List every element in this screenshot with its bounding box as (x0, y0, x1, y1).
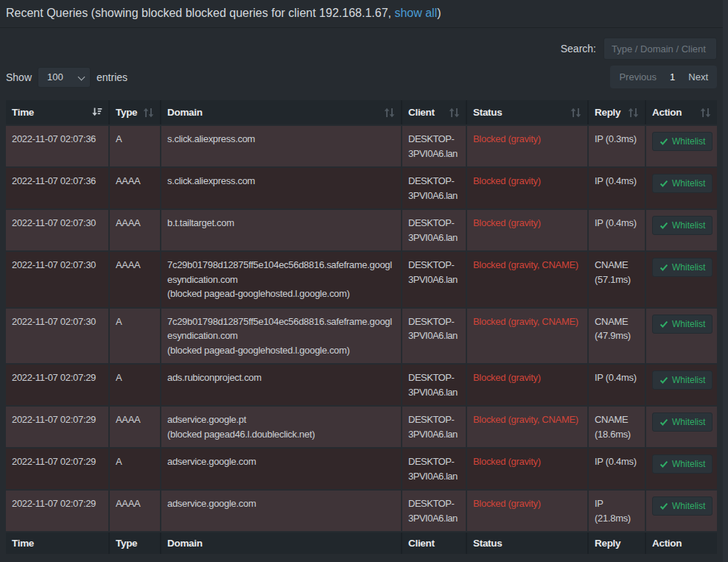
blocked-cname-note: (blocked pagead46.l.doubleclick.net) (167, 427, 395, 442)
table-header-row: TimeTypeDomainClientStatusReplyAction (6, 100, 717, 125)
table-controls: Search: Show 100 entries Previous 1 Next (0, 28, 728, 88)
status-cell: Blocked (gravity) (466, 125, 588, 167)
footer-column-type: Type (109, 532, 161, 554)
query-row: 2022-11-07 02:07:36AAAAs.click.aliexpres… (6, 167, 717, 209)
previous-page-button[interactable]: Previous (619, 71, 657, 82)
whitelist-button[interactable]: Whitelist (652, 258, 713, 277)
domain-cell: ads.rubiconproject.com (161, 364, 402, 406)
whitelist-button[interactable]: Whitelist (652, 315, 713, 334)
client-cell: DESKTOP-3PVI0A6.lan (402, 167, 466, 209)
box-header: Recent Queries (showing blocked blocked … (0, 0, 728, 28)
column-header-domain[interactable]: Domain (161, 100, 402, 125)
current-page-button[interactable]: 1 (668, 71, 677, 82)
action-cell: Whitelist (645, 251, 717, 308)
whitelist-button[interactable]: Whitelist (652, 174, 713, 193)
type-cell: AAAA (109, 167, 161, 209)
client-cell: DESKTOP-3PVI0A6.lan (402, 251, 466, 308)
domain-cell: adservice.google.com (161, 448, 402, 490)
time-cell: 2022-11-07 02:07:29 (6, 406, 109, 448)
check-icon (659, 221, 668, 230)
status-cell: Blocked (gravity) (466, 209, 588, 251)
domain-cell: adservice.google.com (161, 490, 402, 532)
blocked-cname-note: (blocked pagead-googlehosted.l.google.co… (167, 343, 395, 358)
column-label: Type (116, 105, 137, 119)
whitelist-button[interactable]: Whitelist (652, 370, 713, 390)
check-icon (659, 502, 668, 510)
action-cell: Whitelist (645, 364, 717, 406)
column-header-status[interactable]: Status (466, 100, 588, 125)
check-icon (659, 460, 668, 468)
whitelist-button[interactable]: Whitelist (652, 132, 713, 151)
next-page-button[interactable]: Next (688, 71, 708, 82)
reply-cell: IP (0.4ms) (588, 209, 645, 251)
column-header-action[interactable]: Action (645, 100, 717, 125)
status-cell: Blocked (gravity, CNAME) (466, 308, 588, 365)
whitelist-button[interactable]: Whitelist (652, 412, 713, 432)
footer-column-status: Status (466, 532, 588, 554)
sort-both-icon (700, 108, 711, 118)
type-cell: A (109, 125, 161, 167)
time-cell: 2022-11-07 02:07:29 (6, 448, 109, 490)
column-header-client[interactable]: Client (402, 100, 466, 125)
column-label: Status (473, 105, 502, 119)
time-cell: 2022-11-07 02:07:29 (6, 364, 109, 406)
domain-cell: b.t.tailtarget.com (161, 209, 402, 251)
recent-queries-table: TimeTypeDomainClientStatusReplyAction 20… (6, 100, 717, 554)
footer-column-action: Action (645, 532, 717, 554)
client-cell: DESKTOP-3PVI0A6.lan (402, 406, 466, 448)
query-row: 2022-11-07 02:07:29AAAAadservice.google.… (6, 490, 717, 532)
whitelist-label: Whitelist (672, 220, 705, 231)
whitelist-button[interactable]: Whitelist (652, 454, 713, 474)
reply-cell: CNAME (18.6ms) (588, 406, 645, 448)
column-header-time[interactable]: Time (6, 100, 109, 125)
column-header-type[interactable]: Type (109, 100, 161, 125)
check-icon (659, 263, 668, 272)
query-row: 2022-11-07 02:07:29AAAAadservice.google.… (6, 406, 717, 448)
controls-row: Show 100 entries Previous 1 Next (6, 66, 717, 88)
show-all-link[interactable]: show all (394, 7, 437, 19)
check-icon (659, 137, 668, 146)
column-label: Client (408, 105, 435, 119)
type-cell: A (109, 448, 161, 490)
action-cell: Whitelist (645, 125, 717, 167)
action-cell: Whitelist (645, 167, 717, 209)
sort-both-icon (143, 108, 154, 118)
action-cell: Whitelist (645, 406, 717, 448)
whitelist-label: Whitelist (672, 417, 705, 427)
search-input[interactable] (603, 38, 717, 60)
query-row: 2022-11-07 02:07:30AAAA7c29b01798d12875f… (6, 251, 717, 308)
check-icon (659, 179, 668, 188)
entries-label: entries (97, 71, 127, 83)
whitelist-button[interactable]: Whitelist (652, 496, 713, 516)
client-cell: DESKTOP-3PVI0A6.lan (402, 209, 466, 251)
check-icon (659, 418, 668, 426)
client-cell: DESKTOP-3PVI0A6.lan (402, 308, 466, 365)
footer-column-client: Client (402, 532, 466, 554)
footer-column-time: Time (6, 532, 109, 554)
page-title: Recent Queries (showing blocked blocked … (6, 7, 441, 19)
reply-cell: IP (0.4ms) (588, 167, 645, 209)
time-cell: 2022-11-07 02:07:36 (6, 167, 109, 209)
type-cell: A (109, 308, 161, 365)
client-cell: DESKTOP-3PVI0A6.lan (402, 364, 466, 406)
scrollbar[interactable] (723, 0, 728, 562)
column-label: Domain (167, 105, 203, 119)
show-entries: Show 100 entries (6, 67, 127, 88)
column-header-reply[interactable]: Reply (588, 100, 645, 125)
client-cell: DESKTOP-3PVI0A6.lan (402, 125, 466, 167)
sort-both-icon (384, 108, 395, 118)
page-size-select[interactable]: 100 (38, 67, 91, 88)
reply-cell: IP (21.8ms) (588, 490, 645, 532)
query-row: 2022-11-07 02:07:29Aads.rubiconproject.c… (6, 364, 717, 406)
reply-cell: CNAME (57.1ms) (588, 251, 645, 308)
footer-column-reply: Reply (588, 532, 645, 554)
domain-cell: 7c29b01798d12875ff5e104ec56d8816.safefra… (161, 251, 402, 308)
sort-desc-icon (91, 107, 102, 118)
check-icon (659, 376, 668, 384)
search-row: Search: (6, 38, 717, 60)
reply-cell: IP (0.4ms) (588, 364, 645, 406)
domain-cell: s.click.aliexpress.com (161, 125, 402, 167)
whitelist-button[interactable]: Whitelist (652, 216, 713, 235)
pagination: Previous 1 Next (610, 66, 717, 88)
query-row: 2022-11-07 02:07:30AAAAb.t.tailtarget.co… (6, 209, 717, 251)
